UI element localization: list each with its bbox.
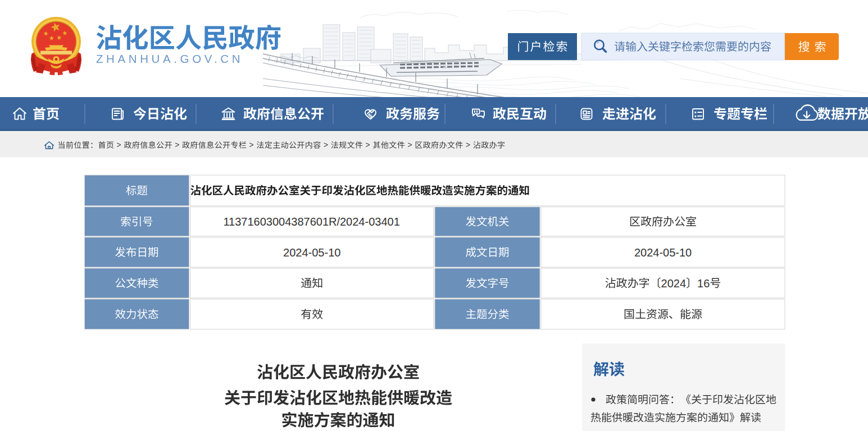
svg-text:2024: 2024 <box>661 277 687 290</box>
svg-text:>: > <box>363 140 372 149</box>
svg-text:2024-05-10: 2024-05-10 <box>283 246 340 259</box>
svg-text:16: 16 <box>697 277 710 290</box>
svg-text:>: > <box>405 140 415 149</box>
svg-text:>: > <box>247 140 256 149</box>
svg-text:11371603004387601R/2024-03401: 11371603004387601R/2024-03401 <box>223 216 399 228</box>
svg-text:>: > <box>172 140 182 149</box>
svg-text:>: > <box>463 140 473 149</box>
svg-text:ZHANHUA.GOV.CN: ZHANHUA.GOV.CN <box>96 52 243 65</box>
svg-text:2024-05-10: 2024-05-10 <box>634 246 692 259</box>
svg-text:>: > <box>321 140 331 149</box>
svg-text:>: > <box>114 140 124 149</box>
